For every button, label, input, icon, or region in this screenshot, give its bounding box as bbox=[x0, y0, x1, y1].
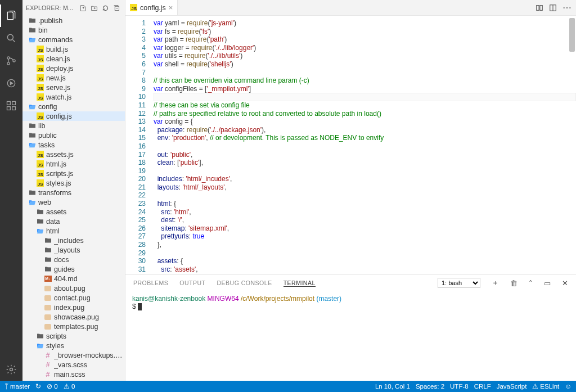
open-changes-icon[interactable] bbox=[536, 4, 543, 12]
code-content[interactable]: var yaml = require('js-yaml')var fs = re… bbox=[154, 16, 576, 274]
line-numbers: 1234567891011121314151617181920212223242… bbox=[125, 16, 154, 274]
tree-node[interactable]: JSserve.js bbox=[22, 83, 125, 92]
close-panel-icon[interactable]: ✕ bbox=[562, 279, 568, 287]
tree-node[interactable]: JSwatch.js bbox=[22, 92, 125, 102]
svg-rect-5 bbox=[7, 102, 11, 105]
tree-label: contact.pug bbox=[54, 294, 91, 302]
tree-node[interactable]: guides bbox=[22, 264, 125, 274]
refresh-icon[interactable] bbox=[100, 3, 110, 13]
tree-node[interactable]: JShtml.js bbox=[22, 159, 125, 169]
file-tree[interactable]: .publishbincommandsJSbuild.jsJSclean.jsJ… bbox=[22, 16, 125, 381]
tree-node[interactable]: #_vars.scss bbox=[22, 360, 125, 370]
kill-terminal-icon[interactable]: 🗑 bbox=[510, 279, 518, 287]
status-branch[interactable]: ᛘ master bbox=[4, 383, 30, 390]
tree-label: main.scss bbox=[54, 371, 86, 379]
tree-label: templates.pug bbox=[54, 323, 98, 331]
tree-node[interactable]: data bbox=[22, 217, 125, 226]
tree-label: assets bbox=[46, 208, 66, 216]
tree-node[interactable]: assets bbox=[22, 207, 125, 217]
tab-bar: JS config.js × ⋯ bbox=[125, 0, 576, 16]
settings-gear-icon[interactable] bbox=[0, 358, 22, 381]
tree-node[interactable]: JSnew.js bbox=[22, 73, 125, 83]
tree-node[interactable]: JSbuild.js bbox=[22, 44, 125, 54]
svg-point-2 bbox=[7, 62, 10, 65]
tree-node[interactable]: JSassets.js bbox=[22, 150, 125, 159]
debug-icon[interactable] bbox=[0, 72, 22, 94]
terminal-host: MINGW64 bbox=[208, 295, 239, 303]
editor-tab[interactable]: JS config.js × bbox=[125, 0, 178, 15]
status-sync[interactable]: ↻ bbox=[35, 382, 41, 390]
panel-tab-terminal[interactable]: TERMINAL bbox=[284, 280, 316, 287]
search-icon[interactable] bbox=[0, 27, 22, 49]
split-editor-icon[interactable] bbox=[549, 4, 557, 12]
new-folder-icon[interactable] bbox=[89, 3, 99, 13]
explorer-icon[interactable] bbox=[0, 4, 22, 27]
tree-node[interactable]: JSstyles.js bbox=[22, 178, 125, 188]
extensions-icon[interactable] bbox=[0, 94, 22, 117]
new-terminal-icon[interactable]: ＋ bbox=[492, 278, 499, 288]
tree-label: config bbox=[38, 103, 57, 111]
tree-node[interactable]: about.pug bbox=[22, 283, 125, 293]
tree-node[interactable]: _layouts bbox=[22, 245, 125, 255]
tree-node[interactable]: commands bbox=[22, 35, 125, 44]
tree-label: public bbox=[38, 132, 57, 139]
tree-node[interactable]: JSconfig.js bbox=[22, 111, 125, 121]
tree-node[interactable]: tasks bbox=[22, 140, 125, 150]
tree-node[interactable]: scripts bbox=[22, 331, 125, 341]
tree-node[interactable]: public bbox=[22, 130, 125, 140]
js-file-icon: JS bbox=[130, 4, 137, 11]
panel-tab-problems[interactable]: PROBLEMS bbox=[133, 280, 168, 286]
collapse-all-icon[interactable] bbox=[111, 3, 122, 13]
tree-node[interactable]: web bbox=[22, 197, 125, 207]
terminal[interactable]: kanis@kanishk-zenbook MINGW64 /c/Work/pr… bbox=[125, 291, 576, 381]
panel-tab-debug-console[interactable]: DEBUG CONSOLE bbox=[217, 280, 272, 286]
tree-node[interactable]: #_browser-mockups.scss bbox=[22, 350, 125, 360]
status-lang[interactable]: JavaScript bbox=[497, 383, 527, 390]
status-spaces[interactable]: Spaces: 2 bbox=[416, 383, 444, 390]
vertical-scrollbar[interactable] bbox=[569, 18, 575, 52]
tree-label: commands bbox=[38, 36, 73, 44]
tree-label: docs bbox=[54, 256, 69, 264]
sidebar-title: EXPLORER: M... bbox=[26, 4, 76, 11]
status-errors[interactable]: ⊘ 0 bbox=[47, 382, 58, 390]
tree-node[interactable]: #main.scss bbox=[22, 370, 125, 379]
tree-node[interactable]: JSscripts.js bbox=[22, 169, 125, 178]
panel-up-icon[interactable]: ˄ bbox=[529, 279, 533, 287]
source-control-icon[interactable] bbox=[0, 49, 22, 72]
tree-node[interactable]: config bbox=[22, 102, 125, 111]
tree-node[interactable]: styles bbox=[22, 341, 125, 350]
tree-label: scripts bbox=[46, 332, 66, 340]
new-file-icon[interactable] bbox=[78, 3, 88, 13]
tree-label: lib bbox=[38, 122, 46, 130]
tree-label: 404.md bbox=[54, 275, 78, 283]
tree-node[interactable]: JSclean.js bbox=[22, 54, 125, 64]
tree-node[interactable]: contact.pug bbox=[22, 293, 125, 303]
tree-node[interactable]: JSdeploy.js bbox=[22, 64, 125, 73]
status-cursor[interactable]: Ln 10, Col 1 bbox=[375, 383, 410, 390]
tree-node[interactable]: docs bbox=[22, 255, 125, 264]
status-eslint[interactable]: ⚠ ESLint bbox=[532, 382, 559, 390]
status-encoding[interactable]: UTF-8 bbox=[450, 383, 469, 390]
tree-node[interactable]: bin bbox=[22, 25, 125, 35]
tree-node[interactable]: transforms bbox=[22, 188, 125, 197]
tree-node[interactable]: html bbox=[22, 226, 125, 236]
status-feedback[interactable]: ☺ bbox=[565, 383, 572, 390]
tree-node[interactable]: .publish bbox=[22, 16, 125, 25]
panel-tab-output[interactable]: OUTPUT bbox=[179, 280, 205, 286]
close-tab-icon[interactable]: × bbox=[169, 3, 173, 12]
terminal-selector[interactable]: 1: bash bbox=[438, 278, 480, 288]
tree-node[interactable]: _includes bbox=[22, 236, 125, 245]
status-warnings[interactable]: ⚠ 0 bbox=[64, 382, 75, 390]
tree-node[interactable]: M↓404.md bbox=[22, 274, 125, 283]
maximize-panel-icon[interactable]: ▭ bbox=[544, 279, 551, 287]
tree-node[interactable]: index.pug bbox=[22, 303, 125, 312]
tree-label: new.js bbox=[46, 74, 66, 82]
status-eol[interactable]: CRLF bbox=[474, 383, 491, 390]
svg-rect-12 bbox=[540, 5, 542, 10]
code-editor[interactable]: 1234567891011121314151617181920212223242… bbox=[125, 16, 576, 274]
tree-node[interactable]: lib bbox=[22, 121, 125, 130]
tree-label: config.js bbox=[46, 112, 72, 120]
tree-node[interactable]: showcase.pug bbox=[22, 312, 125, 322]
more-actions-icon[interactable]: ⋯ bbox=[562, 2, 572, 13]
tree-node[interactable]: templates.pug bbox=[22, 322, 125, 331]
